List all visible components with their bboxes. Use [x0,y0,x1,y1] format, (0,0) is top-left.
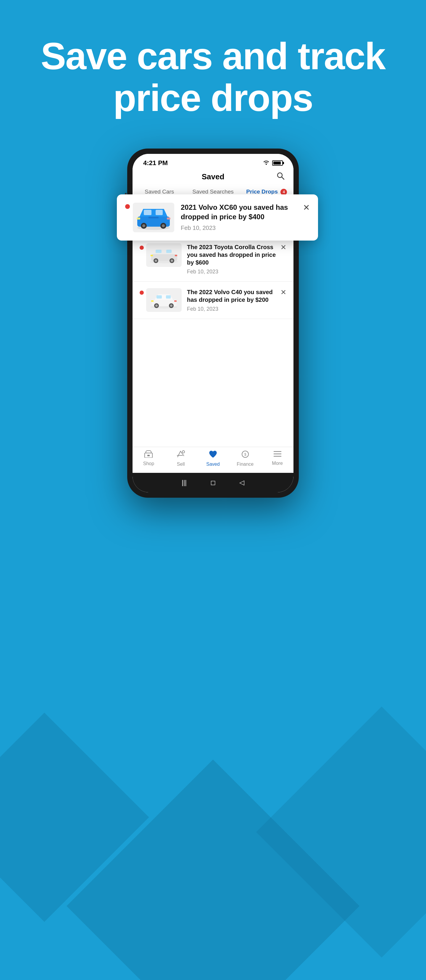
svg-point-34 [182,451,184,453]
popup-content: 2021 Volvo XC60 you saved has dropped in… [181,203,300,232]
item-date: Feb 10, 2023 [187,269,278,275]
more-icon [273,450,282,460]
popup-close-button[interactable]: ✕ [303,203,310,212]
svg-rect-15 [166,250,172,253]
svg-line-1 [281,177,284,179]
svg-point-19 [171,259,173,262]
nav-more[interactable]: More [261,450,294,467]
android-home[interactable]: ◻ [210,479,216,487]
android-recents[interactable]: ||| [182,479,187,487]
svg-rect-20 [151,255,153,256]
notification-popup: 2021 Volvo XC60 you saved has dropped in… [117,194,318,240]
svg-point-45 [142,224,145,227]
battery-icon [272,161,283,166]
svg-rect-33 [147,455,150,456]
svg-rect-31 [174,300,176,302]
hero-title: Save cars and track price drops [18,35,408,119]
finance-label: Finance [237,461,254,467]
svg-rect-48 [137,218,140,220]
popup-date: Feb 10, 2023 [181,224,300,231]
nav-finance[interactable]: $ Finance [229,450,261,467]
svg-rect-25 [166,295,171,299]
unread-indicator [140,246,144,250]
svg-rect-14 [156,250,162,253]
nav-shop[interactable]: Shop [132,450,165,467]
android-back[interactable]: ◁ [239,479,244,487]
status-bar: 4:21 PM [132,154,294,169]
item-date: Feb 10, 2023 [187,306,278,312]
app-title: Saved [202,172,224,181]
phone-frame: 4:21 PM Saved [127,148,299,498]
search-button[interactable] [276,172,285,182]
price-drop-item-3[interactable]: The 2022 Volvo C40 you saved has dropped… [132,282,294,319]
status-icons [263,159,283,166]
popup-unread-indicator [125,204,130,209]
nav-saved[interactable]: Saved [197,450,229,467]
price-drop-item-2[interactable]: The 2023 Toyota Corolla Cross you saved … [132,237,294,282]
popup-car-thumbnail [133,203,174,232]
svg-rect-21 [175,255,177,256]
shop-icon [144,450,153,460]
car-thumbnail [146,243,182,267]
shop-label: Shop [143,461,154,466]
svg-text:$: $ [244,452,246,457]
status-time: 4:21 PM [143,159,168,167]
svg-rect-30 [151,300,154,302]
popup-title: 2021 Volvo XC60 you saved has dropped in… [181,203,300,222]
item-title: The 2023 Toyota Corolla Cross you saved … [187,243,278,266]
finance-icon: $ [241,450,250,460]
svg-point-29 [170,304,172,307]
nav-sell[interactable]: Sell [165,450,197,467]
item-title: The 2022 Volvo C40 you saved has dropped… [187,288,278,304]
sell-icon [176,450,185,460]
car-thumbnail [146,288,182,312]
battery-fill [273,162,281,164]
dismiss-button[interactable]: ✕ [280,288,286,296]
svg-point-27 [155,304,158,307]
bottom-nav: Shop Sell [132,447,294,473]
item-content: The 2023 Toyota Corolla Cross you saved … [187,243,278,275]
app-header: Saved [132,169,294,185]
svg-rect-24 [156,295,162,299]
unread-indicator [140,291,144,295]
sell-label: Sell [177,461,185,467]
hero-section: Save cars and track price drops [0,35,426,119]
dismiss-button[interactable]: ✕ [280,243,286,251]
svg-rect-43 [156,210,163,215]
svg-rect-42 [144,210,151,215]
item-content: The 2022 Volvo C40 you saved has dropped… [187,288,278,312]
phone-mockup: 4:21 PM Saved [127,148,299,498]
svg-point-47 [162,224,165,227]
more-label: More [272,461,283,466]
svg-point-17 [155,259,157,262]
svg-rect-49 [167,218,170,220]
android-nav-bar: ||| ◻ ◁ [132,473,294,492]
saved-label: Saved [206,461,219,467]
svg-rect-50 [148,216,159,218]
saved-icon [208,450,218,460]
wifi-icon [263,159,270,166]
